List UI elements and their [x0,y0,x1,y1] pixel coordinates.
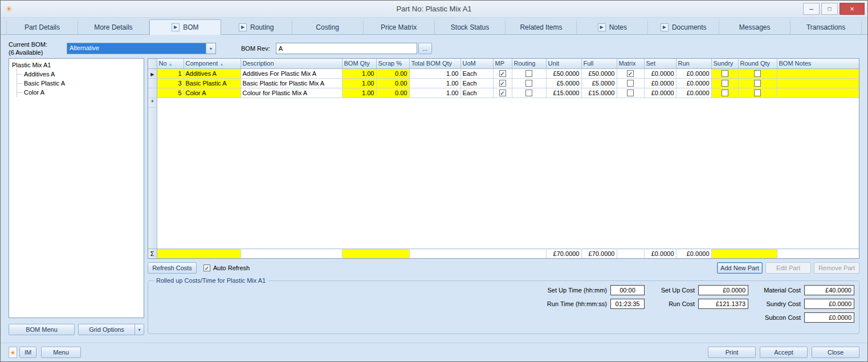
run-cost-field[interactable]: £121.1373 [698,299,748,309]
chevron-down-icon[interactable]: ▼ [135,324,144,335]
cell-total-bom-qty[interactable]: 1.00 [409,88,461,97]
maximize-button[interactable]: □ [821,3,838,15]
cell-unit[interactable]: £15.0000 [546,88,581,97]
print-button[interactable]: Print [708,347,756,358]
current-bom-dropdown[interactable]: Alternative ▼ [67,43,216,54]
sundry-checkbox[interactable] [722,80,728,87]
column-header-round-qty[interactable]: Round Qty [738,59,777,68]
minimize-button[interactable]: – [803,3,820,15]
cell-no[interactable]: 1 [157,68,184,78]
tree-item-basic-plastic-a[interactable]: Basic Plastic A [17,79,141,88]
tab-notes[interactable]: ▶ Notes [577,21,648,34]
mp-checkbox[interactable]: ✓ [499,70,506,77]
tab-routing[interactable]: ▶ Routing [221,21,292,34]
column-header-uom[interactable]: UoM [461,59,493,68]
column-header-no[interactable]: No▲ [157,59,184,68]
column-header-run[interactable]: Run [676,59,711,68]
tab-part-details[interactable]: Part Details [6,21,78,34]
cell-description[interactable]: Colour for Plastic Mix A [241,88,342,97]
cell-set[interactable]: £0.0000 [644,78,676,88]
column-header-unit[interactable]: Unit [546,59,581,68]
material-cost-field[interactable]: £40.0000 [804,285,854,295]
cell-description[interactable]: Additives For Plastic Mix A [241,68,342,78]
cell-bom-notes[interactable] [777,78,859,88]
edit-part-button[interactable]: Edit Part [765,262,811,274]
round-qty-checkbox[interactable] [754,90,761,96]
tab-related-items[interactable]: Related Items [506,21,577,34]
refresh-costs-button[interactable]: Refresh Costs [148,262,197,274]
tree-item-root[interactable]: Plastic Mix A1 [12,60,141,70]
row-indicator[interactable]: ▶ [148,68,157,78]
bom-rev-browse-button[interactable]: ... [418,43,432,54]
mp-checkbox[interactable]: ✓ [499,80,506,87]
row-indicator[interactable] [148,78,157,88]
cell-component[interactable]: Color A [184,88,241,97]
tree-item-additives-a[interactable]: Additives A [17,70,141,79]
menu-button[interactable]: Menu [41,347,81,358]
round-qty-checkbox[interactable] [754,70,761,77]
cell-full[interactable]: £15.0000 [581,88,617,97]
bom-rev-input[interactable]: A [276,43,417,54]
subcon-cost-field[interactable]: £0.0000 [804,312,854,323]
column-header-matrix[interactable]: Matrix [617,59,644,68]
cell-scrap[interactable]: 0.00 [376,78,409,88]
cell-set[interactable]: £0.0000 [644,68,676,78]
tab-costing[interactable]: Costing [292,21,364,34]
matrix-checkbox[interactable] [627,80,634,87]
routing-checkbox[interactable] [525,90,532,96]
sundry-cost-field[interactable]: £0.0000 [804,299,854,309]
cell-bom-qty[interactable]: 1.00 [342,68,376,78]
sundry-checkbox[interactable] [722,70,728,77]
cell-bom-qty[interactable]: 1.00 [342,78,376,88]
tab-transactions[interactable]: Transactions [790,21,862,34]
tab-stock-status[interactable]: Stock Status [435,21,506,34]
cell-uom[interactable]: Each [461,68,493,78]
auto-refresh-checkbox[interactable]: ✓ [203,265,210,271]
sundry-checkbox[interactable] [722,90,728,96]
mp-checkbox[interactable]: ✓ [499,90,506,96]
cell-description[interactable]: Basic Plastic for Plastic Mix A [241,78,342,88]
chevron-down-icon[interactable]: ▼ [206,43,215,54]
cell-scrap[interactable]: 0.00 [376,68,409,78]
tab-bom[interactable]: ▶ BOM [149,19,221,35]
cell-no[interactable]: 5 [157,88,184,97]
matrix-checkbox[interactable]: ✓ [627,70,634,77]
row-indicator[interactable] [148,88,157,97]
routing-checkbox[interactable] [525,70,532,77]
column-header-routing[interactable]: Routing [512,59,546,68]
cell-uom[interactable]: Each [461,78,493,88]
tree-item-color-a[interactable]: Color A [17,88,141,97]
cell-bom-notes[interactable] [777,68,859,78]
column-header-total-bom-qty[interactable]: Total BOM Qty [409,59,461,68]
column-header-component[interactable]: Component▲ [184,59,241,68]
remove-part-button[interactable]: Remove Part [814,262,859,274]
column-header-full[interactable]: Full [581,59,617,68]
cell-scrap[interactable]: 0.00 [376,88,409,97]
column-header-description[interactable]: Description [241,59,342,68]
set-up-cost-field[interactable]: £0.0000 [698,285,748,295]
tab-price-matrix[interactable]: Price Matrix [364,21,435,34]
close-button[interactable]: Close [812,347,859,358]
im-button[interactable]: IM [19,347,36,358]
column-header-bom-qty[interactable]: BOM Qty [342,59,376,68]
cell-run[interactable]: £0.0000 [676,78,711,88]
accept-button[interactable]: Accept [760,347,808,358]
round-qty-checkbox[interactable] [754,80,761,87]
column-header-sundry[interactable]: Sundry [711,59,738,68]
cell-unit[interactable]: £50.0000 [546,68,581,78]
run-time-field[interactable]: 01:23:35 [610,299,645,309]
cell-no[interactable]: 3 [157,78,184,88]
column-header-set[interactable]: Set [644,59,676,68]
cell-bom-qty[interactable]: 1.00 [342,88,376,97]
column-header-mp[interactable]: MP [493,59,512,68]
cell-run[interactable]: £0.0000 [676,88,711,97]
new-row-indicator[interactable]: * [148,97,157,107]
grid-options-button[interactable]: Grid Options ▼ [78,324,144,335]
cell-run[interactable]: £0.0000 [676,68,711,78]
cell-total-bom-qty[interactable]: 1.00 [409,68,461,78]
tab-more-details[interactable]: More Details [78,21,149,34]
set-up-time-field[interactable]: 00:00 [610,285,645,295]
tab-documents[interactable]: ▶ Documents [648,21,719,34]
cell-unit[interactable]: £5.0000 [546,78,581,88]
column-header-scrap[interactable]: Scrap % [376,59,409,68]
